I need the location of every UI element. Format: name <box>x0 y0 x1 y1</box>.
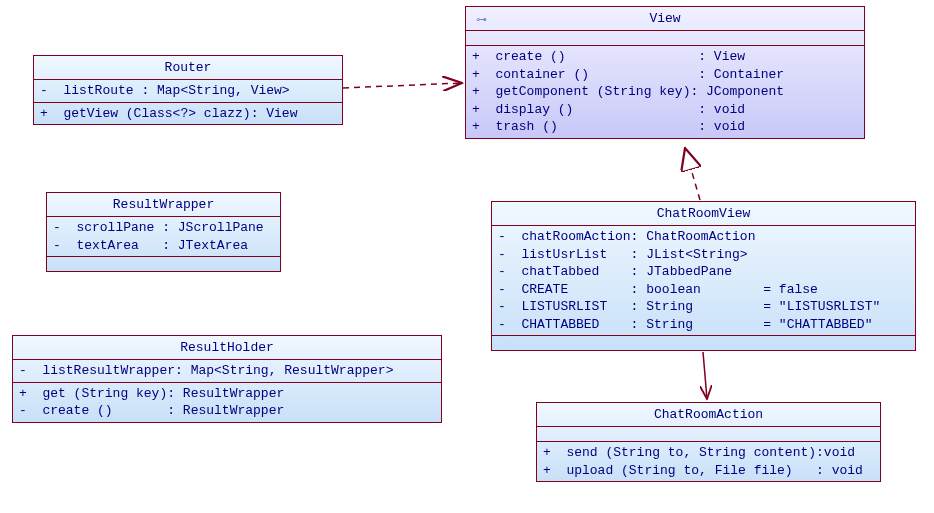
class-attributes <box>537 427 880 442</box>
class-attributes: - chatRoomAction: ChatRoomAction - listU… <box>492 226 915 336</box>
class-attributes: - scrollPane : JScrollPane - textArea : … <box>47 217 280 257</box>
class-resultwrapper: ResultWrapper - scrollPane : JScrollPane… <box>46 192 281 272</box>
class-attributes: - listResultWrapper: Map<String, ResultW… <box>13 360 441 383</box>
class-attributes <box>466 31 864 46</box>
class-operations: + getView (Class<?> clazz): View <box>34 103 342 125</box>
interface-icon: ⊶ <box>476 12 487 25</box>
edge-chatroomview-view <box>685 148 700 200</box>
class-chatroomview: ChatRoomView - chatRoomAction: ChatRoomA… <box>491 201 916 351</box>
class-name: ChatRoomView <box>492 202 915 226</box>
class-name: ChatRoomAction <box>537 403 880 427</box>
class-view: ⊶ View + create () : View + container ()… <box>465 6 865 139</box>
class-name-text: View <box>649 11 680 26</box>
class-name: ⊶ View <box>466 7 864 31</box>
class-operations: + send (String to, String content):void … <box>537 442 880 481</box>
class-router: Router - listRoute : Map<String, View> +… <box>33 55 343 125</box>
class-resultholder: ResultHolder - listResultWrapper: Map<St… <box>12 335 442 423</box>
edge-chatroomview-chatroomaction <box>703 352 707 399</box>
class-operations: + create () : View + container () : Cont… <box>466 46 864 138</box>
class-chatroomaction: ChatRoomAction + send (String to, String… <box>536 402 881 482</box>
class-operations <box>47 257 280 271</box>
class-name: ResultHolder <box>13 336 441 360</box>
class-operations <box>492 336 915 350</box>
class-name: Router <box>34 56 342 80</box>
class-operations: + get (String key): ResultWrapper - crea… <box>13 383 441 422</box>
class-attributes: - listRoute : Map<String, View> <box>34 80 342 103</box>
class-name: ResultWrapper <box>47 193 280 217</box>
edge-router-view <box>343 83 462 88</box>
